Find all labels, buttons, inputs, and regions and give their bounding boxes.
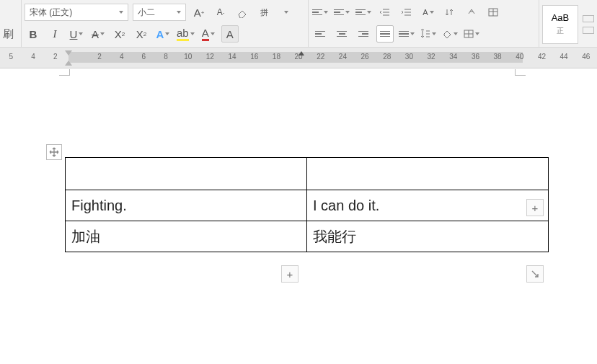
shading-button[interactable]	[441, 25, 459, 43]
table-cell[interactable]: I can do it.	[307, 190, 549, 221]
chevron-down-icon	[177, 11, 181, 14]
multilevel-list-button[interactable]	[355, 4, 372, 21]
align-center-icon	[337, 31, 347, 37]
document-table[interactable]: Fighting. I can do it. 加油 我能行	[65, 157, 549, 252]
chevron-down-icon	[190, 32, 195, 35]
chevron-down-icon	[324, 11, 328, 14]
bold-button[interactable]: B	[25, 25, 42, 43]
chevron-down-icon	[432, 32, 436, 35]
text-effects-button[interactable]: A	[154, 25, 172, 43]
chevron-down-icon	[345, 11, 350, 14]
align-right-button[interactable]	[355, 25, 372, 43]
chevron-down-icon	[79, 32, 83, 35]
underline-button[interactable]: U	[68, 25, 85, 43]
change-case-button[interactable]	[277, 4, 294, 21]
numbering-button[interactable]	[333, 4, 350, 21]
chevron-down-icon	[475, 32, 479, 35]
font-size-dropdown[interactable]: 小二	[133, 4, 186, 21]
highlight-color-button[interactable]: ab	[176, 25, 195, 43]
pilcrow-icon	[467, 8, 476, 17]
bullets-button[interactable]	[311, 4, 329, 21]
move-icon	[49, 147, 59, 157]
ruler-tick: 24	[332, 53, 354, 61]
document-canvas[interactable]: Fighting. I can do it. 加油 我能行 + +	[0, 69, 597, 364]
font-name-dropdown[interactable]: 宋体 (正文)	[25, 4, 128, 21]
table-cell[interactable]: 加油	[66, 221, 307, 252]
text-direction-button[interactable]: A	[420, 4, 437, 21]
chevron-down-icon	[165, 32, 169, 35]
superscript-button[interactable]: X2	[111, 25, 128, 43]
ruler-tick: 40	[508, 53, 531, 61]
style-gallery-scroll[interactable]	[583, 15, 594, 34]
ruler-tick: 12	[199, 53, 221, 61]
ruler-tick: 14	[221, 53, 244, 61]
table-container: Fighting. I can do it. 加油 我能行 + +	[65, 157, 549, 252]
table-cell[interactable]	[307, 158, 549, 190]
phonetic-guide-button[interactable]: 拼	[255, 4, 273, 21]
align-right-icon	[358, 31, 368, 37]
table-icon	[488, 8, 498, 17]
table-row[interactable]: 加油 我能行	[66, 221, 549, 252]
hanging-indent-marker[interactable]	[65, 61, 72, 66]
ruler-tick: 5	[0, 53, 22, 61]
add-row-button[interactable]: +	[281, 265, 298, 283]
style-preview-text: AaB	[552, 12, 570, 23]
table-row[interactable]: Fighting. I can do it.	[66, 190, 549, 221]
align-left-button[interactable]	[311, 25, 329, 43]
tab-stop-marker[interactable]	[298, 51, 304, 56]
ruler-tick: 2	[44, 53, 66, 61]
table-row[interactable]	[66, 158, 549, 190]
bucket-icon	[442, 30, 452, 38]
table-convert-button[interactable]	[485, 4, 502, 21]
char-shading-button[interactable]: A	[221, 25, 239, 43]
resize-icon	[531, 270, 539, 278]
table-resize-handle[interactable]	[526, 265, 544, 283]
format-painter-label[interactable]: 刷	[3, 27, 17, 41]
shrink-font-button[interactable]: A-	[212, 4, 229, 21]
distribute-button[interactable]	[398, 25, 415, 43]
clear-format-button[interactable]	[234, 4, 251, 21]
style-normal-card[interactable]: AaB 正	[542, 5, 578, 44]
subscript-button[interactable]: X2	[133, 25, 150, 43]
table-cell[interactable]: Fighting.	[66, 190, 307, 221]
align-center-button[interactable]	[333, 25, 350, 43]
horizontal-ruler[interactable]: 5422468101214161820222426283032343638404…	[0, 48, 597, 68]
ruler-tick: 46	[575, 53, 597, 61]
bullets-icon	[312, 9, 322, 16]
ruler-tick: 16	[243, 53, 265, 61]
ruler-tick: 32	[420, 53, 443, 61]
align-justify-icon	[380, 31, 390, 37]
page-corner-top-right	[515, 69, 526, 76]
decrease-indent-button[interactable]	[376, 4, 394, 21]
borders-button[interactable]	[463, 25, 480, 43]
table-move-handle[interactable]	[46, 144, 62, 160]
ruler-tick: 8	[155, 53, 177, 61]
ruler-tick: 38	[487, 53, 509, 61]
ruler-tick: 28	[376, 53, 398, 61]
strikethrough-button[interactable]: A	[89, 25, 107, 43]
line-spacing-button[interactable]	[420, 25, 437, 43]
outdent-icon	[380, 8, 390, 17]
grow-font-button[interactable]: A+	[190, 4, 208, 21]
chevron-down-icon	[100, 32, 105, 35]
ruler-tick: 6	[133, 53, 155, 61]
font-size-value: 小二	[138, 6, 155, 19]
first-line-indent-marker[interactable]	[65, 50, 72, 56]
chevron-down-icon	[454, 32, 458, 35]
chevron-down-icon	[410, 32, 415, 35]
table-cell[interactable]: 我能行	[307, 221, 549, 252]
ruler-tick: 44	[553, 53, 575, 61]
show-marks-button[interactable]	[463, 4, 480, 21]
font-color-button[interactable]: A	[200, 25, 217, 43]
sort-button[interactable]	[441, 4, 459, 21]
align-justify-button[interactable]	[376, 25, 394, 43]
chevron-down-icon	[367, 11, 371, 14]
ruler-tick: 10	[177, 53, 199, 61]
table-cell[interactable]	[66, 158, 307, 190]
plus-icon: +	[532, 202, 539, 214]
ruler-tick: 26	[354, 53, 376, 61]
add-column-button[interactable]: +	[526, 199, 544, 216]
align-distributed-icon	[399, 31, 409, 37]
increase-indent-button[interactable]	[398, 4, 415, 21]
italic-button[interactable]: I	[46, 25, 63, 43]
